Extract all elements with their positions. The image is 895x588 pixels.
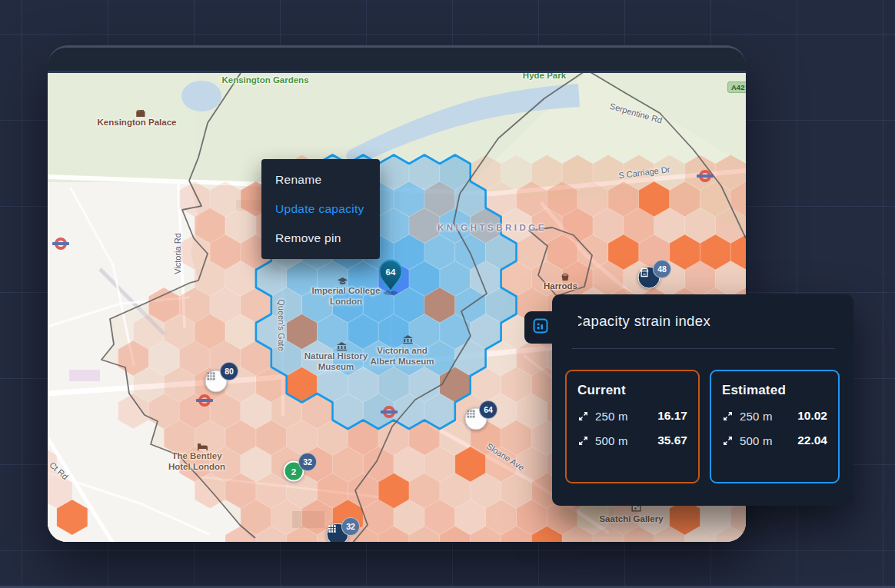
marker-count-badge: 32 — [341, 517, 360, 536]
context-menu-item-remove-pin[interactable]: Remove pin — [261, 224, 380, 253]
radius-label: 250 m — [740, 410, 797, 423]
map-label-kensington-gardens: Kensington Gardens — [221, 75, 308, 85]
window-titlebar[interactable] — [48, 48, 746, 73]
map-label-kensington-palace: Kensington Palace — [98, 117, 177, 128]
map-label-imperial-college: Imperial CollegeLondon — [312, 285, 381, 307]
radius-label: 500 m — [740, 434, 797, 447]
expand-diagonal-icon — [577, 410, 589, 422]
map-label-victoria-and: Victoria andAlbert Museum — [370, 345, 434, 367]
map-label-harrods: Harrods — [544, 281, 577, 291]
underground-roundel-icon — [196, 392, 213, 409]
map-label-natural-history: Natural HistoryMuseum — [304, 350, 368, 373]
map-label-hyde-park: Hyde Park — [523, 73, 566, 81]
estimated-card-title: Estimated — [722, 383, 827, 398]
context-menu-item-update-capacity[interactable]: Update capacity — [261, 194, 380, 224]
current-card-title: Current — [577, 383, 687, 398]
marker-count-badge: 48 — [653, 260, 671, 278]
marker-count-badge: 32 — [298, 453, 317, 471]
estimated-card[interactable]: Estimated 250 m 10.02 500 m 22.04 — [710, 370, 840, 483]
estimated-500m-row: 500 m 22.04 — [722, 434, 827, 447]
panel-title: Capacity strain index — [552, 294, 853, 331]
map-label-knightsbridge: KNIGHTSBRIDGE — [438, 222, 547, 233]
current-500m-row: 500 m 35.67 — [577, 434, 687, 447]
underground-roundel-icon — [52, 235, 69, 252]
strain-value: 16.17 — [657, 409, 687, 423]
context-menu-item-rename[interactable]: Rename — [261, 165, 380, 194]
capacity-strain-panel: Capacity strain index Current 250 m 16.1… — [552, 294, 853, 506]
svg-text:64: 64 — [386, 267, 396, 277]
map-label-queen-s-gate: Queen's Gate — [275, 299, 286, 351]
marker-count-badge: 64 — [479, 400, 497, 419]
road-ref-badge: A42 — [727, 81, 746, 93]
underground-roundel-icon — [381, 404, 398, 420]
map-label-victoria-rd: Victoria Rd — [173, 233, 184, 274]
strain-value: 10.02 — [797, 409, 827, 423]
strain-value: 35.67 — [657, 434, 687, 447]
radius-label: 500 m — [595, 434, 657, 447]
expand-diagonal-icon — [722, 410, 734, 422]
estimated-250m-row: 250 m 10.02 — [722, 409, 827, 423]
map-label-the-bentley: The BentleyHotel London — [168, 450, 225, 473]
bar-chart-icon — [533, 318, 548, 337]
context-menu: RenameUpdate capacityRemove pin — [261, 159, 380, 259]
current-250m-row: 250 m 16.17 — [577, 409, 687, 423]
expand-diagonal-icon — [577, 435, 589, 447]
expand-diagonal-icon — [722, 435, 734, 447]
radius-label: 250 m — [595, 410, 657, 423]
panel-tab[interactable] — [524, 311, 578, 344]
current-card[interactable]: Current 250 m 16.17 500 m 35.67 — [565, 370, 700, 483]
marker-count-badge: 80 — [220, 362, 238, 380]
strain-value: 22.04 — [797, 434, 827, 447]
map-label-saatchi-gallery: Saatchi Gallery — [599, 513, 663, 524]
underground-roundel-icon — [697, 168, 714, 184]
